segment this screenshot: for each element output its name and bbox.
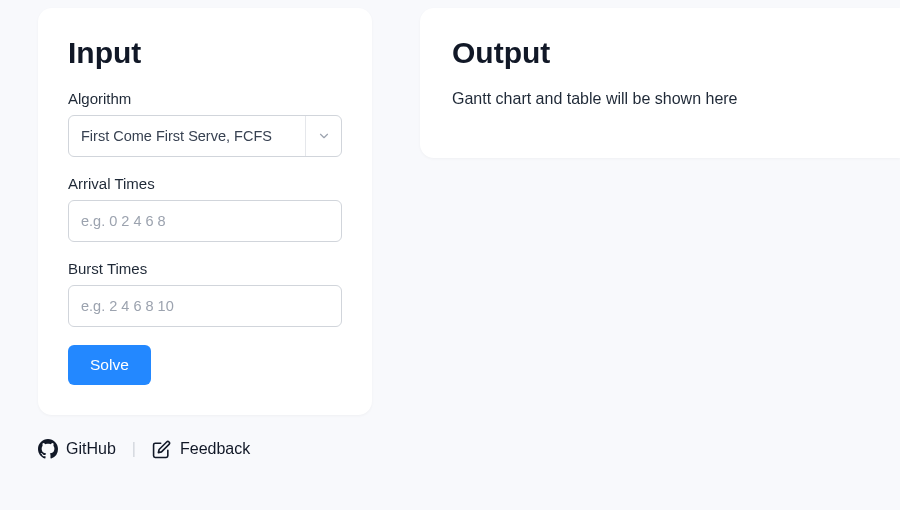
algorithm-select[interactable]: First Come First Serve, FCFS <box>68 115 342 157</box>
arrival-label: Arrival Times <box>68 175 342 192</box>
footer-separator: | <box>132 440 136 458</box>
edit-icon <box>152 439 172 459</box>
arrival-input[interactable] <box>68 200 342 242</box>
feedback-label: Feedback <box>180 440 250 458</box>
arrival-group: Arrival Times <box>68 175 342 242</box>
output-panel: Output Gantt chart and table will be sho… <box>420 8 900 158</box>
algorithm-label: Algorithm <box>68 90 342 107</box>
chevron-down-icon <box>305 116 341 156</box>
feedback-link[interactable]: Feedback <box>152 439 250 459</box>
footer: GitHub | Feedback <box>38 439 900 459</box>
github-link[interactable]: GitHub <box>38 439 116 459</box>
algorithm-selected-value: First Come First Serve, FCFS <box>69 116 305 156</box>
github-label: GitHub <box>66 440 116 458</box>
input-panel: Input Algorithm First Come First Serve, … <box>38 8 372 415</box>
burst-label: Burst Times <box>68 260 342 277</box>
solve-button[interactable]: Solve <box>68 345 151 385</box>
burst-group: Burst Times <box>68 260 342 327</box>
output-title: Output <box>452 36 868 70</box>
burst-input[interactable] <box>68 285 342 327</box>
output-placeholder-text: Gantt chart and table will be shown here <box>452 90 868 108</box>
algorithm-group: Algorithm First Come First Serve, FCFS <box>68 90 342 157</box>
input-title: Input <box>68 36 342 70</box>
github-icon <box>38 439 58 459</box>
